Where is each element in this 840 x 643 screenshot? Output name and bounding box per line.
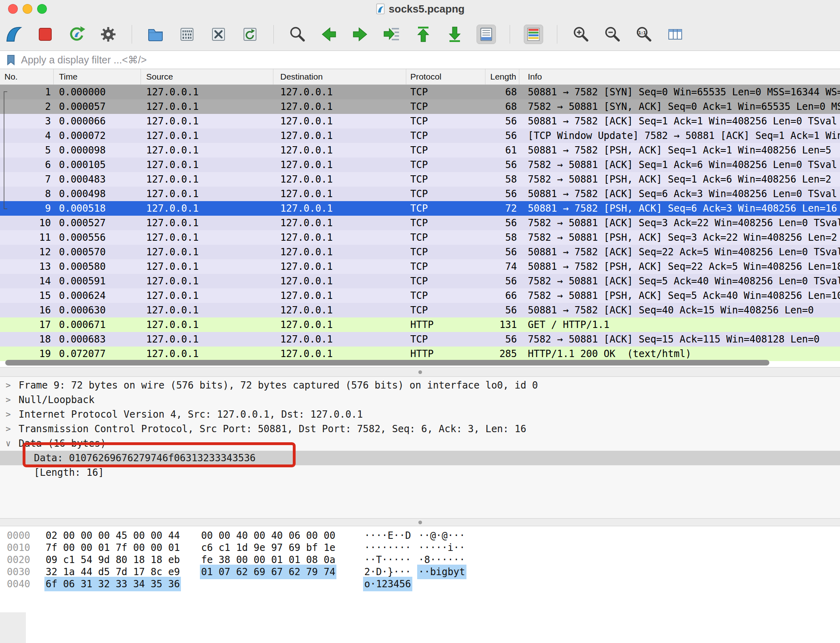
hex-row: 000002 00 00 00 45 00 00 4400 00 40 00 4…: [0, 530, 840, 542]
scrollbar-thumb[interactable]: [5, 360, 769, 366]
column-header-destination[interactable]: Destination: [273, 69, 406, 84]
hex-byte-group[interactable]: 09 c1 54 9d 80 18 18 eb: [46, 554, 180, 566]
hex-byte-group[interactable]: c6 c1 1d 9e 97 69 bf 1e: [201, 542, 335, 554]
colorize-packets-toggle[interactable]: [524, 25, 543, 44]
capture-options-button[interactable]: [99, 25, 118, 44]
cell-info: [TCP Window Update] 7582 → 50881 [ACK] S…: [519, 128, 840, 143]
file-close-button[interactable]: [209, 25, 228, 44]
auto-scroll-icon: [477, 25, 496, 44]
cell-source: 127.0.0.1: [141, 288, 273, 303]
zoom-out-button[interactable]: [603, 25, 622, 44]
capture-start-button[interactable]: [4, 25, 23, 44]
cell-destination: 127.0.0.1: [273, 332, 406, 347]
packet-row-1[interactable]: 10.000000127.0.0.1127.0.0.1TCP6850881 → …: [0, 85, 840, 99]
hex-byte-group[interactable]: fe 38 00 00 01 01 08 0a: [201, 554, 335, 566]
detail-line[interactable]: >Transmission Control Protocol, Src Port…: [0, 422, 840, 436]
packet-row-5[interactable]: 50.000098127.0.0.1127.0.0.1TCP6150881 → …: [0, 143, 840, 158]
hex-byte-group[interactable]: 01 07 62 69 67 62 79 74: [201, 566, 335, 578]
zoom-in-button[interactable]: [571, 25, 590, 44]
ascii-group[interactable]: ·····i··: [418, 542, 465, 554]
file-open-button[interactable]: [146, 25, 165, 44]
hex-byte-group[interactable]: 00 00 40 00 40 06 00 00: [201, 530, 335, 542]
cell-source: 127.0.0.1: [141, 172, 273, 187]
packet-row-14[interactable]: 140.000591127.0.0.1127.0.0.1TCP567582 → …: [0, 274, 840, 288]
chevron-expanded-icon[interactable]: ∨: [6, 436, 11, 451]
horizontal-scrollbar[interactable]: [0, 358, 840, 367]
ascii-group[interactable]: ··bigbyt: [418, 566, 465, 578]
hex-rows: 000002 00 00 00 45 00 00 4400 00 40 00 4…: [0, 530, 840, 590]
go-to-packet-button[interactable]: [382, 25, 401, 44]
go-last-packet-button[interactable]: [445, 25, 464, 44]
capture-restart-button[interactable]: [67, 25, 86, 44]
pane-splitter-top[interactable]: [0, 367, 840, 377]
cell-length: 56: [485, 332, 519, 347]
detail-line[interactable]: >Null/Loopback: [0, 393, 840, 407]
file-save-button[interactable]: [177, 25, 197, 44]
packet-row-10[interactable]: 100.000527127.0.0.1127.0.0.1TCP567582 → …: [0, 216, 840, 230]
resize-columns-button[interactable]: [666, 25, 685, 44]
hex-byte-group[interactable]: 32 1a 44 d5 7d 17 8c e9: [46, 566, 180, 578]
column-header-info[interactable]: Info: [519, 69, 840, 84]
cell-no: 4: [0, 128, 54, 143]
auto-scroll-toggle[interactable]: [477, 25, 496, 44]
detail-line[interactable]: Data: 01076269676279746f06313233343536: [0, 451, 840, 465]
packet-row-4[interactable]: 40.000072127.0.0.1127.0.0.1TCP56[TCP Win…: [0, 128, 840, 143]
display-filter-input[interactable]: Apply a display filter ...<⌘/>: [21, 54, 840, 66]
packet-row-3[interactable]: 30.000066127.0.0.1127.0.0.1TCP5650881 → …: [0, 114, 840, 128]
ascii-group[interactable]: ··T·····: [364, 554, 411, 566]
packet-row-18[interactable]: 180.000683127.0.0.1127.0.0.1TCP567582 → …: [0, 332, 840, 347]
detail-line[interactable]: >Internet Protocol Version 4, Src: 127.0…: [0, 407, 840, 422]
hex-byte-group[interactable]: 7f 00 00 01 7f 00 00 01: [46, 542, 180, 554]
ascii-group[interactable]: ····E··D: [364, 530, 411, 542]
chevron-collapsed-icon[interactable]: >: [6, 393, 11, 407]
packet-row-11[interactable]: 110.000556127.0.0.1127.0.0.1TCP587582 → …: [0, 230, 840, 245]
packet-list-body: 10.000000127.0.0.1127.0.0.1TCP6850881 → …: [0, 85, 840, 361]
cell-length: 74: [485, 259, 519, 274]
bookmark-icon[interactable]: [5, 54, 17, 66]
chevron-collapsed-icon[interactable]: >: [6, 407, 11, 422]
ascii-group[interactable]: ········: [364, 542, 411, 554]
column-header-no[interactable]: No.: [0, 69, 54, 84]
column-header-length[interactable]: Length: [485, 69, 519, 84]
ascii-group[interactable]: o·123456: [364, 578, 411, 590]
ascii-group[interactable]: 2·D·}···: [364, 566, 411, 578]
minimize-window-button[interactable]: [23, 4, 32, 14]
chevron-collapsed-icon[interactable]: >: [6, 422, 11, 436]
column-header-source[interactable]: Source: [141, 69, 273, 84]
packet-row-12[interactable]: 120.000570127.0.0.1127.0.0.1TCP5650881 →…: [0, 245, 840, 259]
packet-row-15[interactable]: 150.000624127.0.0.1127.0.0.1TCP667582 → …: [0, 288, 840, 303]
packet-row-6[interactable]: 60.000105127.0.0.1127.0.0.1TCP567582 → 5…: [0, 158, 840, 172]
packet-row-13[interactable]: 130.000580127.0.0.1127.0.0.1TCP7450881 →…: [0, 259, 840, 274]
cell-destination: 127.0.0.1: [273, 245, 406, 259]
go-back-button[interactable]: [319, 25, 338, 44]
packet-row-7[interactable]: 70.000483127.0.0.1127.0.0.1TCP587582 → 5…: [0, 172, 840, 187]
capture-stop-button[interactable]: [36, 25, 55, 44]
column-header-protocol[interactable]: Protocol: [406, 69, 485, 84]
packet-row-2[interactable]: 20.000057127.0.0.1127.0.0.1TCP687582 → 5…: [0, 99, 840, 114]
zoom-window-button[interactable]: [37, 4, 47, 14]
detail-line[interactable]: >Frame 9: 72 bytes on wire (576 bits), 7…: [0, 378, 840, 393]
detail-line[interactable]: ∨Data (16 bytes): [0, 436, 840, 451]
cell-no: 17: [0, 317, 54, 332]
packet-row-16[interactable]: 160.000630127.0.0.1127.0.0.1TCP5650881 →…: [0, 303, 840, 317]
packet-row-8[interactable]: 80.000498127.0.0.1127.0.0.1TCP5650881 → …: [0, 187, 840, 201]
go-forward-button[interactable]: [351, 25, 370, 44]
hex-byte-group[interactable]: 6f 06 31 32 33 34 35 36: [46, 578, 180, 590]
column-header-time[interactable]: Time: [54, 69, 141, 84]
ascii-group[interactable]: ··@·@···: [418, 530, 465, 542]
hex-row: 00107f 00 00 01 7f 00 00 01c6 c1 1d 9e 9…: [0, 542, 840, 554]
ascii-group[interactable]: ·8······: [418, 554, 465, 566]
cell-destination: 127.0.0.1: [273, 230, 406, 245]
file-reload-button[interactable]: [240, 25, 260, 44]
find-packet-button[interactable]: [288, 25, 307, 44]
detail-line[interactable]: [Length: 16]: [0, 465, 840, 480]
packet-row-17[interactable]: 170.000671127.0.0.1127.0.0.1HTTP131GET /…: [0, 317, 840, 332]
close-window-button[interactable]: [8, 4, 18, 14]
go-first-packet-button[interactable]: [414, 25, 433, 44]
hex-byte-group[interactable]: 02 00 00 00 45 00 00 44: [46, 530, 180, 542]
hex-offset: 0040: [7, 578, 30, 590]
zoom-100-button[interactable]: 1:1: [634, 25, 653, 44]
packet-row-9[interactable]: 90.000518127.0.0.1127.0.0.1TCP7250881 → …: [0, 201, 840, 216]
chevron-collapsed-icon[interactable]: >: [6, 378, 11, 393]
pane-splitter-bottom[interactable]: [0, 518, 840, 526]
